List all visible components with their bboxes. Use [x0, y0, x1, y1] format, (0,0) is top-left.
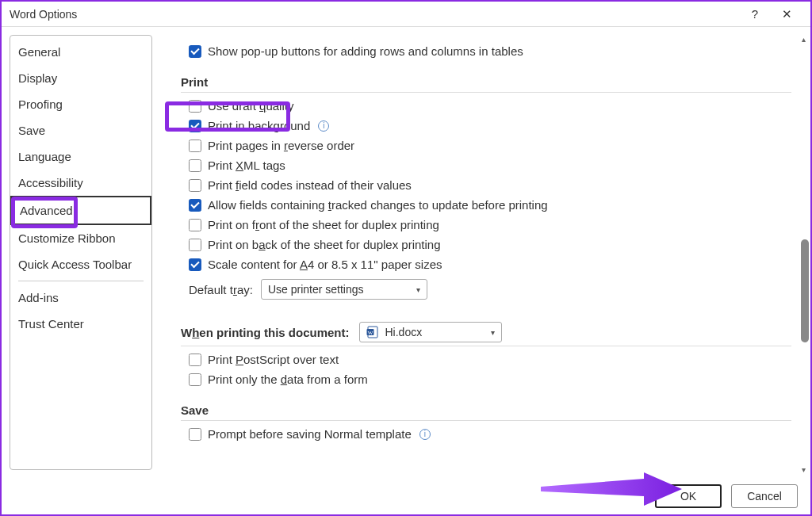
- checkbox-field-codes[interactable]: [189, 179, 201, 192]
- ok-button[interactable]: OK: [655, 484, 722, 508]
- label-form-data: Print only the data from a form: [208, 373, 368, 386]
- checkbox-duplex-back[interactable]: [189, 239, 201, 251]
- sidebar: General Display Proofing Save Language A…: [10, 35, 152, 470]
- scroll-down-arrow[interactable]: ▾: [798, 464, 809, 475]
- dropdown-default-tray[interactable]: Use printer settings ▾: [261, 279, 427, 300]
- sidebar-item-quick-access-toolbar[interactable]: Quick Access Toolbar: [10, 251, 151, 277]
- label-reverse-order: Print pages in reverse order: [208, 139, 354, 152]
- checkbox-popup-buttons[interactable]: [189, 45, 201, 58]
- label-tracked-changes: Allow fields containing tracked changes …: [208, 198, 548, 212]
- sidebar-item-language[interactable]: Language: [10, 143, 151, 170]
- sidebar-item-trust-center[interactable]: Trust Center: [10, 311, 151, 337]
- sidebar-item-customize-ribbon[interactable]: Customize Ribbon: [10, 225, 151, 251]
- option-duplex-back[interactable]: Print on back of the sheet for duplex pr…: [181, 235, 791, 254]
- option-form-data[interactable]: Print only the data from a form: [181, 369, 791, 389]
- label-default-tray: Default tray:: [189, 283, 253, 296]
- sidebar-item-advanced[interactable]: Advanced: [10, 196, 151, 225]
- option-print-background[interactable]: Print in background i: [181, 116, 791, 136]
- label-draft-quality: Use draft quality: [208, 99, 293, 113]
- sidebar-item-proofing[interactable]: Proofing: [10, 91, 151, 117]
- main-area: General Display Proofing Save Language A…: [2, 29, 810, 476]
- content-pane: Show pop-up buttons for adding rows and …: [152, 29, 810, 476]
- section-heading-when-printing: When printing this document:: [181, 326, 350, 339]
- divider-save: [181, 420, 791, 421]
- option-popup-buttons[interactable]: Show pop-up buttons for adding rows and …: [181, 41, 791, 61]
- sidebar-item-general[interactable]: General: [10, 39, 151, 65]
- info-icon[interactable]: i: [419, 429, 431, 440]
- dialog-footer: OK Cancel: [2, 478, 810, 514]
- label-prompt-normal: Prompt before saving Normal template: [208, 427, 412, 441]
- label-postscript: Print PostScript over text: [208, 353, 339, 366]
- option-field-codes[interactable]: Print field codes instead of their value…: [181, 175, 791, 195]
- dropdown-when-printing-value: Hi.docx: [385, 326, 423, 338]
- label-duplex-back: Print on back of the sheet for duplex pr…: [208, 238, 441, 251]
- label-popup-buttons: Show pop-up buttons for adding rows and …: [208, 44, 523, 58]
- section-heading-print: Print: [181, 75, 791, 89]
- label-duplex-front: Print on front of the sheet for duplex p…: [208, 218, 439, 231]
- divider-doc: [181, 346, 791, 346]
- sidebar-item-accessibility[interactable]: Accessibility: [10, 170, 151, 196]
- sidebar-item-save[interactable]: Save: [10, 117, 151, 143]
- titlebar: Word Options ? ✕: [2, 2, 810, 27]
- label-scale-content: Scale content for A4 or 8.5 x 11" paper …: [208, 258, 442, 271]
- option-tracked-changes[interactable]: Allow fields containing tracked changes …: [181, 195, 791, 215]
- chevron-down-icon: ▾: [491, 328, 495, 337]
- option-draft-quality[interactable]: Use draft quality: [181, 96, 791, 116]
- checkbox-draft-quality[interactable]: [189, 100, 201, 113]
- checkbox-print-background[interactable]: [189, 120, 201, 132]
- scrollbar-thumb[interactable]: [801, 239, 809, 342]
- checkbox-postscript[interactable]: [189, 354, 201, 366]
- option-scale-content[interactable]: Scale content for A4 or 8.5 x 11" paper …: [181, 254, 791, 274]
- sidebar-item-display[interactable]: Display: [10, 65, 151, 91]
- option-prompt-normal[interactable]: Prompt before saving Normal template i: [181, 424, 791, 444]
- option-postscript[interactable]: Print PostScript over text: [181, 350, 791, 369]
- checkbox-xml-tags[interactable]: [189, 159, 201, 172]
- checkbox-scale-content[interactable]: [189, 258, 201, 271]
- sidebar-separator: [18, 281, 144, 281]
- dropdown-when-printing-document[interactable]: W Hi.docx ▾: [359, 322, 502, 342]
- close-button[interactable]: ✕: [771, 3, 802, 25]
- checkbox-form-data[interactable]: [189, 373, 201, 386]
- checkbox-prompt-normal[interactable]: [189, 428, 201, 441]
- svg-text:W: W: [367, 330, 373, 336]
- label-print-background: Print in background: [208, 119, 310, 132]
- checkbox-tracked-changes[interactable]: [189, 199, 201, 212]
- help-button[interactable]: ?: [739, 3, 771, 25]
- dropdown-default-tray-value: Use printer settings: [268, 283, 364, 296]
- info-icon[interactable]: i: [318, 120, 329, 132]
- divider-print: [181, 92, 791, 93]
- label-field-codes: Print field codes instead of their value…: [208, 178, 412, 192]
- checkbox-reverse-order[interactable]: [189, 140, 201, 152]
- label-xml-tags: Print XML tags: [208, 159, 285, 172]
- chevron-down-icon: ▾: [416, 285, 420, 294]
- checkbox-duplex-front[interactable]: [189, 219, 201, 231]
- option-reverse-order[interactable]: Print pages in reverse order: [181, 136, 791, 155]
- field-default-tray: Default tray: Use printer settings ▾: [181, 274, 791, 304]
- window-title: Word Options: [10, 8, 739, 21]
- option-xml-tags[interactable]: Print XML tags: [181, 155, 791, 175]
- option-duplex-front[interactable]: Print on front of the sheet for duplex p…: [181, 215, 791, 235]
- word-doc-icon: W: [366, 326, 379, 338]
- section-heading-save: Save: [181, 403, 791, 417]
- sidebar-item-add-ins[interactable]: Add-ins: [10, 285, 151, 311]
- cancel-button[interactable]: Cancel: [731, 484, 798, 508]
